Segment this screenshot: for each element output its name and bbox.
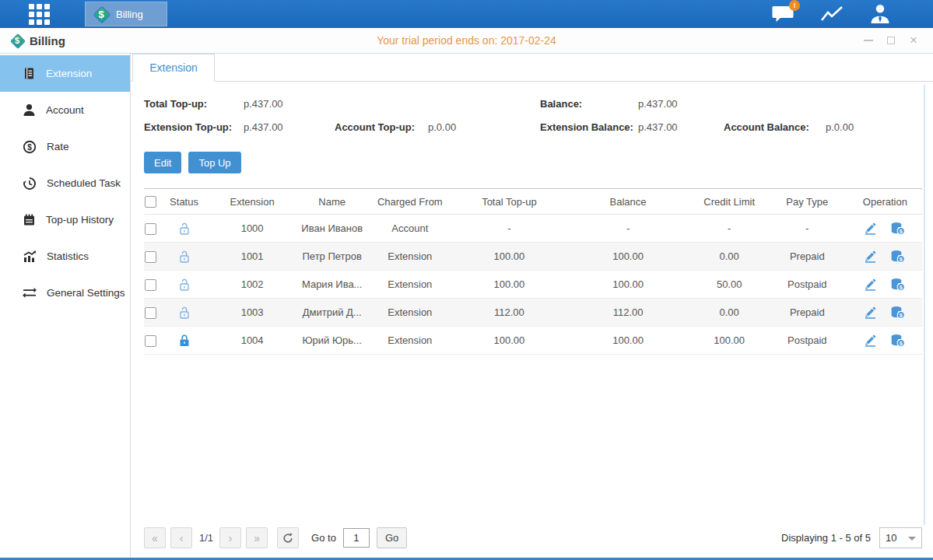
row-topup-button[interactable]: $ xyxy=(890,250,906,264)
tab-extension[interactable]: Extension xyxy=(132,54,215,82)
top-up-button[interactable]: Top Up xyxy=(188,152,240,173)
sidebar-item-statistics[interactable]: Statistics xyxy=(0,238,130,275)
prev-page-button[interactable]: ‹ xyxy=(170,527,192,548)
balance-label: Balance: xyxy=(540,98,638,110)
page-title: Billing xyxy=(30,34,65,47)
row-checkbox[interactable] xyxy=(145,279,156,291)
column-header-name: Name xyxy=(299,189,365,215)
status-lock-icon xyxy=(178,250,191,261)
table-row: 1000 Иван Иванов Account - - - - xyxy=(144,215,922,243)
status-lock-icon xyxy=(178,306,191,317)
column-header-total-topup: Total Top-up xyxy=(454,189,563,215)
extension-ledger-icon xyxy=(23,67,36,80)
extension-table: Status Extension Name Charged From Total… xyxy=(144,188,922,355)
sidebar-item-scheduled-task[interactable]: Scheduled Task xyxy=(0,165,130,201)
trial-period-message: Your trial period ends on: 2017-02-24 xyxy=(0,34,933,47)
statistics-bars-icon xyxy=(23,250,37,263)
table-row: 1001 Петр Петров Extension 100.00 100.00… xyxy=(144,243,922,271)
topup-coins-icon: $ xyxy=(890,222,906,236)
column-header-credit-limit: Credit Limit xyxy=(693,189,766,215)
statistics-chart-button[interactable] xyxy=(820,5,844,23)
last-page-button[interactable]: » xyxy=(246,527,268,548)
extension-balance-value: p.437.00 xyxy=(638,121,724,133)
scrollbar-track[interactable] xyxy=(924,85,925,525)
scheduled-task-clock-icon xyxy=(23,177,37,191)
sidebar: Extension Account $ Rate xyxy=(0,54,131,558)
row-checkbox[interactable] xyxy=(145,307,156,319)
messages-button[interactable]: ! xyxy=(771,5,794,24)
row-edit-button[interactable] xyxy=(864,278,877,291)
topbar-tab-billing[interactable]: $ Billing xyxy=(85,2,167,26)
maximize-icon xyxy=(887,37,895,44)
column-header-pay-type: Pay Type xyxy=(766,189,848,215)
row-topup-button[interactable]: $ xyxy=(890,306,906,320)
next-page-button[interactable]: › xyxy=(219,527,241,548)
general-settings-sliders-icon xyxy=(23,287,37,299)
table-row: 1004 Юрий Юрь... Extension 100.00 100.00… xyxy=(144,327,922,355)
sidebar-item-rate[interactable]: $ Rate xyxy=(0,128,130,165)
row-checkbox[interactable] xyxy=(145,223,156,235)
column-header-balance: Balance xyxy=(563,189,692,215)
extension-balance-label: Extension Balance: xyxy=(540,121,638,133)
topup-coins-icon: $ xyxy=(890,278,906,292)
billing-diamond-icon: $ xyxy=(10,33,24,47)
sidebar-item-label: Statistics xyxy=(47,250,89,262)
table-header-row: Status Extension Name Charged From Total… xyxy=(144,189,922,215)
account-balance-value: p.0.00 xyxy=(826,121,854,133)
maximize-button[interactable] xyxy=(886,35,896,46)
row-topup-button[interactable]: $ xyxy=(890,278,906,292)
row-edit-button[interactable] xyxy=(864,222,877,235)
account-balance-label: Account Balance: xyxy=(724,121,826,133)
billing-app-window: $ Billing ! xyxy=(0,0,933,560)
sidebar-item-label: Extension xyxy=(46,68,92,79)
sidebar-item-label: Rate xyxy=(47,141,69,152)
edit-button[interactable]: Edit xyxy=(144,152,181,173)
row-topup-button[interactable]: $ xyxy=(890,222,906,236)
status-lock-icon xyxy=(178,278,191,289)
row-edit-button[interactable] xyxy=(864,306,877,319)
sidebar-item-account[interactable]: Account xyxy=(0,92,130,128)
goto-label: Go to xyxy=(311,532,336,544)
topbar-tab-label: Billing xyxy=(116,9,143,20)
select-all-checkbox[interactable] xyxy=(145,196,156,208)
go-button[interactable]: Go xyxy=(377,527,407,548)
minimize-button[interactable] xyxy=(863,35,874,46)
page-size-value: 10 xyxy=(886,532,896,544)
sidebar-item-label: Top-up History xyxy=(46,214,114,226)
sidebar-item-label: General Settings xyxy=(47,287,125,299)
row-checkbox[interactable] xyxy=(145,335,156,347)
row-edit-button[interactable] xyxy=(864,334,877,347)
svg-text:$: $ xyxy=(27,142,32,151)
row-edit-button[interactable] xyxy=(864,250,877,263)
close-button[interactable]: × xyxy=(908,35,919,46)
account-topup-label: Account Top-up: xyxy=(335,121,428,133)
sidebar-item-general-settings[interactable]: General Settings xyxy=(0,275,130,311)
edit-pencil-icon xyxy=(864,222,877,235)
page-size-select[interactable]: 10 xyxy=(879,527,922,548)
table-row: 1003 Дмитрий Д... Extension 112.00 112.0… xyxy=(144,299,922,327)
sidebar-item-extension[interactable]: Extension xyxy=(0,55,130,92)
lock-open-icon xyxy=(178,278,191,292)
row-checkbox[interactable] xyxy=(145,251,156,263)
topup-history-notebook-icon xyxy=(23,213,36,226)
sidebar-item-topup-history[interactable]: Top-up History xyxy=(0,201,130,238)
lock-open-icon xyxy=(178,222,191,236)
edit-pencil-icon xyxy=(864,334,877,347)
minimize-icon xyxy=(864,40,873,41)
first-page-button[interactable]: « xyxy=(144,527,166,548)
status-lock-icon xyxy=(178,334,191,345)
chevron-down-icon xyxy=(908,537,916,541)
goto-page-input[interactable] xyxy=(343,528,370,548)
refresh-button[interactable] xyxy=(277,527,299,548)
tab-bar: Extension xyxy=(131,54,933,82)
edit-pencil-icon xyxy=(864,250,877,263)
sidebar-item-label: Account xyxy=(46,104,84,116)
row-topup-button[interactable]: $ xyxy=(890,334,906,348)
lock-closed-icon xyxy=(178,334,191,348)
topup-coins-icon: $ xyxy=(890,250,906,264)
app-launcher-grid-icon[interactable] xyxy=(29,4,50,25)
topup-coins-icon: $ xyxy=(890,334,906,348)
user-account-button[interactable] xyxy=(869,4,891,24)
lock-open-icon xyxy=(178,306,191,320)
user-icon xyxy=(869,4,891,24)
